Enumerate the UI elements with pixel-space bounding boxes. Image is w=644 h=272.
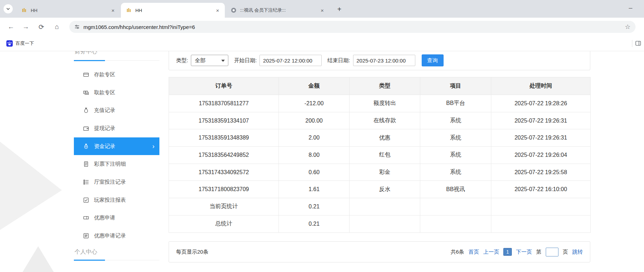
sidebar-item-7[interactable]: 厅室投注记录 (74, 173, 159, 191)
sidebar-section-finance: 财务中心 (75, 51, 97, 55)
sidebar-item-1[interactable]: 存款专区 (74, 66, 159, 84)
baidu-favicon (6, 40, 13, 47)
sidebar-item-6[interactable]: 彩票下注明细 (74, 155, 159, 173)
close-icon[interactable]: × (318, 7, 326, 13)
table-cell (350, 215, 420, 232)
withdrawal-record-icon (83, 125, 89, 131)
table-cell: 1753183705811277 (169, 95, 279, 112)
section-underline (74, 260, 159, 260)
jump-link[interactable]: 跳转 (572, 249, 583, 255)
chevron-down-icon (221, 60, 225, 62)
site-favicon (230, 7, 236, 13)
table-cell: 系统 (420, 112, 491, 129)
bookmark-baidu[interactable]: 百度一下 (4, 39, 37, 48)
tab-3[interactable]: :::视讯 会员下注纪录::: × (226, 3, 329, 18)
sidebar-item-2[interactable]: 取款专区 (74, 84, 159, 102)
jump-label-pre: 第 (536, 249, 541, 255)
home-button[interactable]: ⌂ (51, 21, 63, 33)
sidebar-item-9[interactable]: 优惠申请 (74, 209, 159, 227)
start-date-input[interactable] (259, 55, 322, 66)
minimize-button[interactable]: ─ (623, 2, 638, 14)
end-date-input[interactable] (353, 55, 415, 66)
tab-title: :::视讯 会员下注纪录::: (240, 7, 318, 13)
table-cell: 2.00 (279, 129, 350, 147)
pagination-controls: 共6条 首页 上一页 1 下一页 第 页 跳转 (451, 248, 583, 256)
bookmark-star-icon[interactable]: ☆ (625, 23, 631, 31)
table-cell: 1753183564249852 (169, 147, 279, 164)
type-select[interactable]: 全部 (191, 55, 228, 66)
tab-1[interactable]: HH × (16, 3, 120, 18)
table-cell: 1753183591348389 (169, 129, 279, 147)
pagination-bar: 每页显示20条 共6条 首页 上一页 1 下一页 第 页 跳转 (169, 241, 590, 262)
sidebar-item-3[interactable]: 充值记录 (74, 101, 159, 119)
hall-bet-record-icon (83, 179, 89, 185)
filter-bar: 类型: 全部 开始日期: 结束日期: 查询 (169, 51, 590, 70)
table-row: 当前页统计0.21 (169, 198, 591, 215)
table-cell: 反水 (350, 181, 420, 198)
table-cell: 2025-07-22 16:10:00 (491, 181, 591, 198)
table-cell: 1753174334092572 (169, 164, 279, 181)
table-cell: 2025-07-22 19:28:26 (491, 95, 591, 112)
table-cell: 当前页统计 (169, 198, 279, 215)
sidebar-item-label: 取款专区 (94, 89, 115, 96)
table-cell: BB平台 (420, 95, 491, 112)
sidebar-item-label: 存款专区 (94, 71, 115, 78)
sidebar: 财务中心 存款专区取款专区充值记录提现记录资金记录›彩票下注明细厅室投注记录玩家… (74, 51, 159, 272)
close-icon[interactable]: × (214, 7, 221, 13)
table-cell: 系统 (420, 164, 491, 181)
prev-page-link[interactable]: 上一页 (483, 249, 499, 255)
refresh-button[interactable]: ⟳ (35, 21, 47, 33)
query-button[interactable]: 查询 (422, 54, 444, 66)
table-row: 1753183591334107200.00在线存款系统2025-07-22 1… (169, 112, 591, 129)
sidebar-item-8[interactable]: 玩家投注报表 (74, 191, 159, 209)
current-page-badge[interactable]: 1 (503, 248, 512, 256)
tab-2-active[interactable]: HH × (121, 3, 225, 18)
site-settings-icon[interactable] (74, 24, 80, 30)
tab-title: HH (135, 8, 214, 13)
chevron-right-icon: › (152, 143, 154, 150)
back-button[interactable]: ← (5, 21, 17, 33)
sidebar-item-10[interactable]: 优惠申请记录 (74, 227, 159, 245)
sidebar-item-label: 优惠申请记录 (94, 232, 126, 239)
address-bar[interactable]: mgm1065.com/hhcp/usercenter.html?iniType… (69, 21, 636, 33)
table-cell (420, 215, 491, 232)
table-cell: 彩金 (350, 164, 420, 181)
table-cell: 2025-07-22 19:25:58 (491, 164, 591, 181)
start-date-label: 开始日期: (234, 57, 257, 64)
table-cell: 红包 (350, 147, 420, 164)
column-header: 订单号 (169, 77, 279, 95)
table-cell (491, 198, 591, 215)
sidebar-section-personal: 个人中心 (75, 248, 97, 256)
main-panel: 类型: 全部 开始日期: 结束日期: 查询 订单号金额类型项目处理时间1753 (169, 51, 590, 272)
site-favicon (126, 7, 132, 13)
next-page-link[interactable]: 下一页 (516, 249, 532, 255)
table-cell: 1.61 (279, 181, 350, 198)
sidebar-item-5[interactable]: 资金记录› (74, 137, 159, 155)
tab-search-button[interactable] (4, 4, 13, 13)
page-jump-input[interactable] (546, 248, 558, 256)
table-cell: 2025-07-22 19:26:04 (491, 147, 591, 164)
tab-title: HH (31, 8, 109, 13)
table-cell: 0.60 (279, 164, 350, 181)
bookmarks-panel-icon[interactable] (635, 40, 641, 48)
decor-triangle-large (0, 142, 62, 230)
sidebar-item-4[interactable]: 提现记录 (74, 119, 159, 137)
fund-record-icon (83, 143, 89, 149)
new-tab-button[interactable]: + (334, 4, 344, 14)
url-text: mgm1065.com/hhcp/usercenter.html?iniType… (83, 24, 625, 30)
page-content: 财务中心 存款专区取款专区充值记录提现记录资金记录›彩票下注明细厅室投注记录玩家… (0, 51, 644, 272)
column-header: 金额 (279, 77, 350, 95)
table-cell: 总统计 (169, 215, 279, 232)
forward-button[interactable]: → (20, 21, 32, 33)
bookmarks-divider (632, 40, 632, 47)
first-page-link[interactable]: 首页 (468, 249, 479, 255)
table-row: 17531718008237091.61反水BB视讯2025-07-22 16:… (169, 181, 591, 198)
lottery-detail-icon (83, 161, 89, 167)
table-row: 总统计0.21 (169, 215, 591, 232)
close-icon[interactable]: × (109, 7, 117, 13)
table-cell: 额度转出 (350, 95, 420, 112)
table-cell: 系统 (420, 147, 491, 164)
table-row: 17531743340925720.60彩金系统2025-07-22 19:25… (169, 164, 591, 181)
sidebar-item-label: 玩家投注报表 (94, 197, 126, 203)
jump-label-post: 页 (563, 249, 568, 255)
